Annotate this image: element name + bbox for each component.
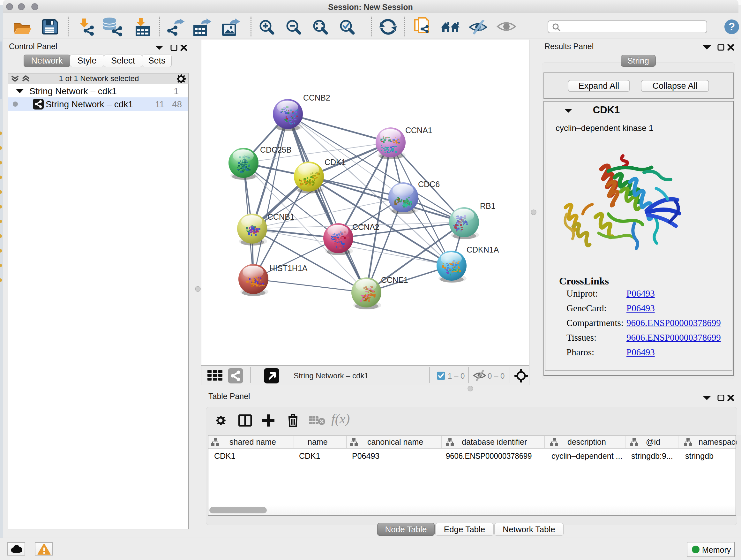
svg-text:CCNB2: CCNB2 — [303, 93, 330, 102]
svg-text:CDK1: CDK1 — [325, 158, 346, 167]
svg-text:RB1: RB1 — [480, 201, 495, 210]
svg-text:CDC25B: CDC25B — [260, 145, 292, 154]
svg-text:HIST1H1A: HIST1H1A — [269, 264, 308, 273]
svg-text:CDC6: CDC6 — [418, 180, 440, 189]
svg-text:CCNB1: CCNB1 — [267, 212, 294, 221]
svg-text:CDKN1A: CDKN1A — [467, 245, 499, 254]
svg-text:CCNE1: CCNE1 — [381, 275, 408, 285]
svg-text:CCNA1: CCNA1 — [405, 126, 432, 135]
svg-text:?: ? — [729, 20, 735, 33]
svg-text:CCNA2: CCNA2 — [352, 223, 380, 232]
